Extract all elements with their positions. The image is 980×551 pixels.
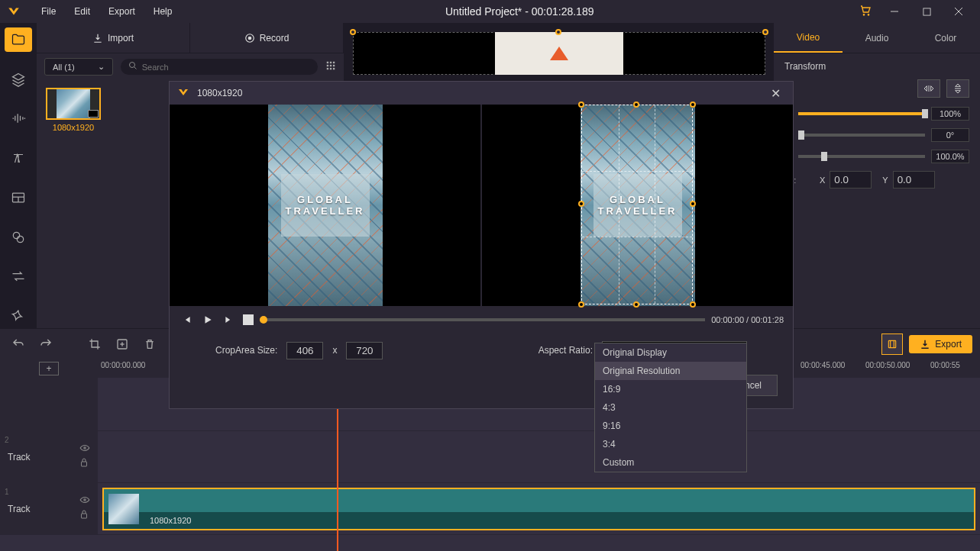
dialog-header[interactable]: 1080x1920 ✕: [170, 82, 793, 105]
sidebar-media-icon[interactable]: [5, 27, 32, 52]
playback-bar: 00:00:00 / 00:01:28: [170, 306, 793, 334]
preview-canvas[interactable]: [353, 32, 765, 75]
position-x-input[interactable]: [830, 171, 872, 188]
media-filter-dropdown[interactable]: All (1) ⌄: [44, 58, 113, 76]
aspect-option[interactable]: 16:9: [595, 380, 746, 398]
thumbnail-label: 1080x1920: [53, 123, 94, 132]
aspect-option[interactable]: Original Display: [595, 343, 746, 362]
sidebar-text-icon[interactable]: [5, 146, 32, 170]
svg-point-0: [863, 14, 864, 14]
dialog-title: 1080x1920: [197, 88, 766, 98]
tab-color[interactable]: Color: [911, 23, 980, 53]
redo-button[interactable]: [35, 334, 57, 355]
opacity-slider[interactable]: [798, 112, 925, 115]
crop-size-label: CropArea Size:: [215, 345, 277, 356]
svg-rect-21: [327, 68, 328, 69]
svg-rect-20: [333, 65, 335, 66]
svg-rect-17: [333, 62, 335, 63]
track-content[interactable]: 1080x1920: [98, 483, 980, 534]
close-button[interactable]: [943, 1, 974, 22]
opacity-value[interactable]: 100%: [931, 107, 969, 121]
menu-edit[interactable]: Edit: [66, 3, 98, 20]
media-thumbnail[interactable]: 1080x1920: [44, 88, 102, 132]
stop-button[interactable]: [243, 314, 254, 325]
aspect-option[interactable]: 3:4: [595, 435, 746, 453]
dialog-close-button[interactable]: ✕: [766, 86, 785, 101]
svg-rect-3: [923, 8, 930, 14]
aspect-option[interactable]: 4:3: [595, 398, 746, 417]
search-box[interactable]: [121, 59, 318, 75]
sidebar-layers-icon[interactable]: [5, 67, 32, 92]
flip-vertical-button[interactable]: [946, 79, 969, 98]
crop-width-input[interactable]: [286, 342, 323, 359]
maximize-button[interactable]: [911, 1, 942, 22]
sidebar-elements-icon[interactable]: [5, 225, 32, 250]
title-bar: File Edit Export Help Untitled Project* …: [0, 0, 980, 23]
visibility-icon[interactable]: [79, 443, 90, 454]
crop-dialog: 1080x1920 ✕ GLOBAL TRAVELLER GLOBAL TRAV…: [169, 81, 794, 409]
track-content[interactable]: [98, 431, 980, 482]
visibility-icon[interactable]: [79, 495, 90, 506]
sidebar-transition-icon[interactable]: [5, 265, 32, 289]
grid-view-icon[interactable]: [325, 60, 336, 73]
add-track-button[interactable]: +: [39, 362, 59, 375]
aspect-option[interactable]: 9:16: [595, 417, 746, 435]
delete-button[interactable]: [139, 334, 160, 355]
position-y-input[interactable]: [893, 171, 935, 188]
chevron-down-icon: ⌄: [98, 62, 105, 72]
svg-rect-22: [330, 68, 332, 69]
track-label: Track: [8, 504, 31, 514]
tab-video[interactable]: Video: [774, 23, 843, 53]
menu-help[interactable]: Help: [146, 3, 180, 20]
svg-point-10: [17, 236, 23, 242]
svg-rect-18: [327, 65, 328, 66]
undo-button[interactable]: [8, 334, 29, 355]
track-row: 2 Track: [0, 431, 980, 483]
crop-box[interactable]: [581, 105, 693, 304]
svg-point-36: [84, 499, 86, 501]
aspect-option[interactable]: Original Resolution: [595, 362, 746, 380]
sidebar-overlay-icon[interactable]: [5, 185, 32, 210]
lock-icon[interactable]: [79, 509, 90, 522]
crop-height-input[interactable]: [346, 342, 383, 359]
crop-button[interactable]: [84, 334, 105, 355]
prev-frame-button[interactable]: [179, 312, 194, 327]
time-display: 00:00:00 / 00:01:28: [711, 315, 784, 324]
svg-point-9: [13, 232, 19, 238]
aspect-ratio-menu: Original Display Original Resolution 16:…: [594, 343, 747, 472]
scale-value[interactable]: 100.0%: [931, 150, 969, 163]
svg-rect-15: [327, 62, 328, 63]
menu-file[interactable]: File: [34, 3, 63, 20]
render-button[interactable]: [881, 334, 903, 355]
record-tab[interactable]: Record: [190, 23, 344, 53]
sidebar-effects-icon[interactable]: [5, 304, 32, 328]
aspect-ratio-label: Aspect Ratio:: [539, 345, 593, 356]
export-button[interactable]: Export: [909, 335, 972, 353]
crop-preview-left: GLOBAL TRAVELLER: [170, 105, 480, 306]
rotate-value[interactable]: 0°: [931, 128, 969, 142]
tab-audio[interactable]: Audio: [843, 23, 911, 53]
clip[interactable]: 1080x1920: [102, 488, 975, 530]
cart-icon[interactable]: [859, 5, 872, 19]
lock-icon[interactable]: [79, 457, 90, 470]
play-button[interactable]: [200, 312, 215, 327]
svg-line-14: [134, 67, 136, 69]
rotate-slider[interactable]: [798, 134, 925, 137]
aspect-option[interactable]: Custom: [595, 453, 746, 472]
next-frame-button[interactable]: [222, 312, 237, 327]
sidebar-audio-icon[interactable]: [5, 107, 32, 131]
import-tab[interactable]: Import: [37, 23, 190, 53]
seek-bar[interactable]: [260, 318, 705, 321]
clip-thumbnail: [108, 494, 139, 524]
minimize-button[interactable]: [879, 1, 910, 22]
import-label: Import: [108, 33, 134, 44]
app-logo-icon: [6, 4, 21, 19]
menu-export[interactable]: Export: [101, 3, 143, 20]
scale-slider[interactable]: [798, 155, 925, 158]
svg-rect-37: [82, 514, 87, 518]
flip-horizontal-button[interactable]: [917, 79, 940, 98]
add-button[interactable]: [112, 334, 133, 355]
svg-point-13: [129, 63, 134, 68]
crop-preview-right[interactable]: GLOBAL TRAVELLER: [480, 105, 793, 306]
search-input[interactable]: [142, 63, 310, 72]
